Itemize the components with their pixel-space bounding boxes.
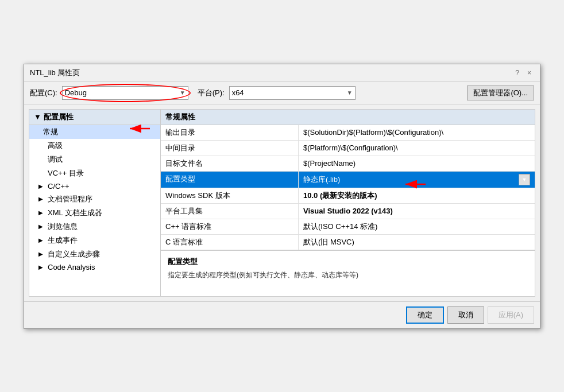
- left-panel: ▼ 配置属性 常规 高级 调试 VC++ 目录 ▶: [29, 109, 161, 297]
- left-panel-title: 配置属性: [44, 112, 74, 122]
- code-analysis-label: Code Analysis: [48, 263, 95, 271]
- toolbar: 配置(C): Debug ▼ 平台(P): x64 ▼ 配置管理器(O)...: [24, 82, 540, 104]
- general-label: 常规: [43, 127, 58, 137]
- prop-row-config-type[interactable]: 配置类型 静态库(.lib) ▼: [161, 172, 535, 188]
- sidebar-item-linker[interactable]: ▶ 文档管理程序: [29, 192, 160, 206]
- prop-name-c-standard: C 语言标准: [161, 235, 299, 250]
- config-label: 配置(C):: [30, 88, 57, 98]
- build-events-expand-arrow: ▶: [38, 237, 45, 243]
- platform-value: x64: [232, 88, 347, 97]
- prop-row-intermediate-dir[interactable]: 中间目录 $(Platform)\$(Configuration)\: [161, 141, 535, 156]
- main-content: ▼ 配置属性 常规 高级 调试 VC++ 目录 ▶: [24, 104, 540, 301]
- cpp-expand-arrow: ▶: [38, 183, 45, 189]
- code-analysis-expand-arrow: ▶: [38, 264, 45, 270]
- debug-label: 调试: [48, 154, 63, 165]
- help-button[interactable]: ?: [512, 68, 522, 77]
- prop-name-platform-toolset: 平台工具集: [161, 204, 299, 219]
- prop-name-intermediate-dir: 中间目录: [161, 141, 299, 156]
- prop-name-target-name: 目标文件名: [161, 156, 299, 171]
- prop-row-target-name[interactable]: 目标文件名 $(ProjectName): [161, 156, 535, 172]
- property-table: 输出目录 $(SolutionDir)$(Platform)\$(Configu…: [161, 125, 535, 250]
- config-type-dropdown-btn[interactable]: ▼: [519, 174, 530, 185]
- platform-label: 平台(P):: [198, 88, 225, 98]
- prop-name-output-dir: 输出目录: [161, 125, 299, 140]
- platform-dropdown-arrow: ▼: [347, 90, 353, 96]
- sidebar-item-xml[interactable]: ▶ XML 文档生成器: [29, 206, 160, 220]
- prop-value-platform-toolset: Visual Studio 2022 (v143): [299, 204, 535, 219]
- config-dropdown[interactable]: Debug ▼: [62, 86, 188, 100]
- sidebar-item-cpp[interactable]: ▶ C/C++: [29, 180, 160, 192]
- prop-row-output-dir[interactable]: 输出目录 $(SolutionDir)$(Platform)\$(Configu…: [161, 125, 535, 141]
- prop-value-intermediate-dir: $(Platform)\$(Configuration)\: [299, 141, 535, 156]
- prop-value-cpp-standard: 默认(ISO C++14 标准): [299, 219, 535, 234]
- cancel-button[interactable]: 取消: [447, 306, 484, 324]
- prop-name-config-type: 配置类型: [161, 172, 299, 188]
- info-description: 指定要生成的程序类型(例如可执行文件、静态库、动态库等等): [168, 270, 528, 280]
- sidebar-item-advanced[interactable]: 高级: [29, 139, 160, 153]
- close-button[interactable]: ×: [524, 68, 534, 77]
- config-dropdown-arrow: ▼: [180, 90, 186, 96]
- sidebar-item-debug[interactable]: 调试: [29, 153, 160, 166]
- linker-expand-arrow: ▶: [38, 196, 45, 202]
- sidebar-item-custom-build[interactable]: ▶ 自定义生成步骤: [29, 247, 160, 261]
- browser-label: 浏览信息: [48, 222, 78, 232]
- sidebar-item-build-events[interactable]: ▶ 生成事件: [29, 234, 160, 247]
- prop-value-sdk-version: 10.0 (最新安装的版本): [299, 188, 535, 203]
- linker-label: 文档管理程序: [48, 194, 92, 204]
- confirm-button[interactable]: 确定: [406, 306, 444, 324]
- sidebar-item-vcpp-dirs[interactable]: VC++ 目录: [29, 166, 160, 180]
- info-section: 配置类型 指定要生成的程序类型(例如可执行文件、静态库、动态库等等): [161, 250, 535, 296]
- dialog-title: NTL_lib 属性页: [30, 68, 80, 78]
- cpp-label: C/C++: [48, 182, 69, 191]
- prop-row-c-standard[interactable]: C 语言标准 默认(旧 MSVC): [161, 235, 535, 250]
- xml-expand-arrow: ▶: [38, 209, 45, 216]
- footer: 确定 取消 应用(A): [24, 301, 540, 328]
- prop-name-cpp-standard: C++ 语言标准: [161, 219, 299, 234]
- right-panel-header: 常规属性: [161, 110, 535, 125]
- xml-label: XML 文档生成器: [48, 208, 102, 218]
- left-panel-header: ▼ 配置属性: [29, 110, 160, 125]
- sidebar-item-general[interactable]: 常规: [29, 125, 160, 139]
- info-title: 配置类型: [168, 257, 528, 267]
- sidebar-item-browser[interactable]: ▶ 浏览信息: [29, 220, 160, 234]
- prop-row-platform-toolset[interactable]: 平台工具集 Visual Studio 2022 (v143): [161, 204, 535, 219]
- right-panel: 常规属性 输出目录 $(SolutionDir)$(Platform)\$(Co…: [161, 109, 535, 297]
- custom-build-label: 自定义生成步骤: [48, 249, 100, 259]
- expand-icon: ▼: [34, 112, 41, 121]
- prop-value-output-dir: $(SolutionDir)$(Platform)\$(Configuratio…: [299, 125, 535, 140]
- sidebar-item-code-analysis[interactable]: ▶ Code Analysis: [29, 261, 160, 273]
- prop-row-cpp-standard[interactable]: C++ 语言标准 默认(ISO C++14 标准): [161, 219, 535, 235]
- advanced-label: 高级: [48, 141, 63, 151]
- platform-dropdown[interactable]: x64 ▼: [229, 86, 356, 100]
- prop-name-sdk-version: Windows SDK 版本: [161, 188, 299, 203]
- config-manager-button[interactable]: 配置管理器(O)...: [467, 86, 534, 100]
- prop-row-sdk-version[interactable]: Windows SDK 版本 10.0 (最新安装的版本): [161, 188, 535, 204]
- config-value: Debug: [65, 88, 180, 97]
- custom-build-expand-arrow: ▶: [38, 251, 45, 257]
- prop-value-c-standard: 默认(旧 MSVC): [299, 235, 535, 250]
- build-events-label: 生成事件: [48, 235, 78, 246]
- prop-value-target-name: $(ProjectName): [299, 156, 535, 171]
- vcpp-dirs-label: VC++ 目录: [48, 168, 84, 178]
- browser-expand-arrow: ▶: [38, 223, 45, 230]
- apply-button[interactable]: 应用(A): [488, 306, 534, 324]
- prop-value-config-type: 静态库(.lib) ▼: [299, 172, 535, 188]
- title-bar: NTL_lib 属性页 ? ×: [24, 64, 540, 82]
